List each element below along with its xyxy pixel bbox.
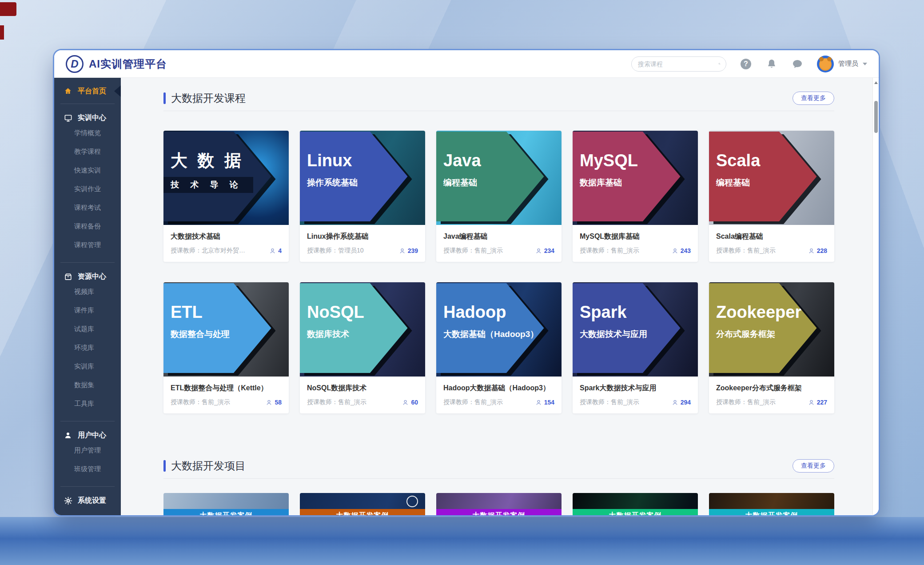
scrollbar-thumb[interactable] xyxy=(874,101,878,133)
search-box[interactable] xyxy=(631,56,726,72)
cover-subtitle: 编程基础 xyxy=(716,177,750,188)
project-card[interactable]: 大数据开发案例 xyxy=(573,493,698,515)
cover-title: Zookeeper xyxy=(716,304,834,321)
view-more-button[interactable]: 查看更多 xyxy=(793,459,834,473)
sidebar-item-实训作业[interactable]: 实训作业 xyxy=(54,185,121,204)
cover-arrow: Java编程基础 xyxy=(436,132,562,221)
view-more-button[interactable]: 查看更多 xyxy=(793,92,834,105)
user-menu[interactable]: 管理员 xyxy=(817,56,867,72)
archive-icon xyxy=(64,272,72,281)
course-card[interactable]: MySQL数据库基础MySQL数据库基础授课教师：售前_演示243 xyxy=(573,131,698,262)
cover-title: Linux xyxy=(307,152,425,169)
course-cover-image: Linux操作系统基础 xyxy=(300,131,425,225)
student-count: 60 xyxy=(402,399,418,406)
course-card[interactable]: NoSQL数据库技术NoSQL数据库技术授课教师：售前_演示60 xyxy=(300,282,425,413)
divider xyxy=(60,104,115,104)
scroll-up-arrow-icon[interactable] xyxy=(874,81,878,84)
course-card[interactable]: Java编程基础Java编程基础授课教师：售前_演示234 xyxy=(436,131,562,262)
course-title: NoSQL数据库技术 xyxy=(307,384,418,393)
student-count: 227 xyxy=(808,399,827,406)
sidebar-item-课程备份[interactable]: 课程备份 xyxy=(54,222,121,241)
vertical-scrollbar[interactable] xyxy=(872,78,879,515)
sidebar-item-班级管理[interactable]: 班级管理 xyxy=(54,465,121,484)
message-icon[interactable] xyxy=(791,58,804,70)
sidebar-item-课程考试[interactable]: 课程考试 xyxy=(54,204,121,222)
course-title: Java编程基础 xyxy=(443,232,554,241)
sidebar-item-课程管理[interactable]: 课程管理 xyxy=(54,241,121,260)
cover-arrow: Zookeeper分布式服务框架 xyxy=(709,283,834,373)
course-title: Zookeeper分布式服务框架 xyxy=(716,384,827,393)
sidebar-item-用户管理[interactable]: 用户管理 xyxy=(54,446,121,465)
course-card[interactable]: Scala编程基础Scala编程基础授课教师：售前_演示228 xyxy=(709,131,834,262)
chevron-down-icon xyxy=(863,63,867,65)
sidebar-groups: 实训中心学情概览教学课程快速实训实训作业课程考试课程备份课程管理资源中心视频库课… xyxy=(54,104,121,512)
search-input[interactable] xyxy=(638,60,718,68)
title-accent-bar xyxy=(163,460,166,472)
course-card[interactable]: Zookeeper分布式服务框架Zookeeper分布式服务框架授课教师：售前_… xyxy=(709,282,834,413)
course-card[interactable]: ETL数据整合与处理ETL数据整合与处理（Kettle）授课教师：售前_演示58 xyxy=(163,282,289,413)
person-icon xyxy=(266,399,272,406)
sidebar-item-实训库[interactable]: 实训库 xyxy=(54,362,121,381)
sidebar-group-系统设置[interactable]: 系统设置 xyxy=(54,489,121,512)
course-cover-image: Spark大数据技术与应用 xyxy=(573,282,698,377)
sidebar-item-课件库[interactable]: 课件库 xyxy=(54,306,121,325)
course-card[interactable]: Hadoop大数据基础（Hadoop3）Hadoop大数据基础（Hadoop3）… xyxy=(436,282,562,413)
course-cover-image: Hadoop大数据基础（Hadoop3） xyxy=(436,282,562,377)
sidebar-group-label: 用户中心 xyxy=(78,431,106,440)
section-title: 大数据开发课程 xyxy=(163,91,246,105)
sidebar-item-数据集[interactable]: 数据集 xyxy=(54,381,121,400)
sidebar-item-试题库[interactable]: 试题库 xyxy=(54,325,121,344)
project-banner: 大数据开发案例 xyxy=(573,509,698,515)
course-cards-row-1: 大 数 据技 术 导 论大数据技术基础授课教师：北京市对外贸易学校教...4Li… xyxy=(163,131,834,262)
sidebar-item-环境库[interactable]: 环境库 xyxy=(54,344,121,362)
sidebar-group-实训中心[interactable]: 实训中心 xyxy=(54,107,121,129)
project-banner: 大数据开发案例 xyxy=(300,509,425,515)
student-count: 228 xyxy=(808,247,827,254)
student-count: 239 xyxy=(399,247,418,254)
notification-bell-icon[interactable] xyxy=(765,58,778,70)
desktop-corner-widget-small xyxy=(0,25,4,40)
sidebar-group-用户中心[interactable]: 用户中心 xyxy=(54,424,121,446)
project-card[interactable]: 大数据开发案例 xyxy=(163,493,289,515)
sidebar-item-label: 平台首页 xyxy=(78,87,106,96)
course-teacher: 授课教师：售前_演示 xyxy=(716,398,776,406)
course-cover-image: MySQL数据库基础 xyxy=(573,131,698,225)
course-card[interactable]: Spark大数据技术与应用Spark大数据技术与应用授课教师：售前_演示294 xyxy=(573,282,698,413)
project-banner: 大数据开发案例 xyxy=(709,509,834,515)
active-notch xyxy=(114,85,121,97)
cover-subtitle: 数据库基础 xyxy=(580,177,622,188)
sidebar-group-label: 实训中心 xyxy=(78,113,106,123)
sidebar-item-home[interactable]: 平台首页 xyxy=(54,81,121,101)
app-window: D AI实训管理平台 ? 管理员 xyxy=(54,50,879,515)
sidebar-item-工具库[interactable]: 工具库 xyxy=(54,400,121,418)
student-count: 243 xyxy=(672,247,691,254)
sidebar-item-视频库[interactable]: 视频库 xyxy=(54,288,121,306)
project-cards-row: 大数据开发案例大数据开发案例大数据开发案例大数据开发案例大数据开发案例 xyxy=(163,493,834,515)
project-banner: 大数据开发案例 xyxy=(163,509,289,515)
app-header: D AI实训管理平台 ? 管理员 xyxy=(54,50,879,78)
course-cover-image: Java编程基础 xyxy=(436,131,562,225)
home-icon xyxy=(64,87,72,96)
person-icon xyxy=(672,248,678,254)
course-title: Scala编程基础 xyxy=(716,232,827,241)
course-title: Hadoop大数据基础（Hadoop3） xyxy=(443,384,554,393)
sidebar-group-资源中心[interactable]: 资源中心 xyxy=(54,265,121,288)
sidebar-item-教学课程[interactable]: 教学课程 xyxy=(54,148,121,166)
student-count: 154 xyxy=(535,399,554,406)
course-teacher: 授课教师：售前_演示 xyxy=(443,247,503,255)
project-card[interactable]: 大数据开发案例 xyxy=(300,493,425,515)
help-icon[interactable]: ? xyxy=(740,58,752,70)
course-teacher: 授课教师：北京市对外贸易学校教... xyxy=(171,247,250,255)
project-card[interactable]: 大数据开发案例 xyxy=(436,493,562,515)
course-card[interactable]: Linux操作系统基础Linux操作系统基础授课教师：管理员10239 xyxy=(300,131,425,262)
cover-title: Spark xyxy=(580,304,698,321)
course-card[interactable]: 大 数 据技 术 导 论大数据技术基础授课教师：北京市对外贸易学校教...4 xyxy=(163,131,289,262)
sidebar-item-学情概览[interactable]: 学情概览 xyxy=(54,129,121,148)
cover-title: Hadoop xyxy=(443,304,562,321)
avatar xyxy=(817,56,834,72)
cover-subtitle: 数据库技术 xyxy=(307,329,349,340)
sidebar-group-label: 系统设置 xyxy=(78,496,106,505)
sidebar-item-快速实训[interactable]: 快速实训 xyxy=(54,166,121,185)
project-card[interactable]: 大数据开发案例 xyxy=(709,493,834,515)
search-icon[interactable] xyxy=(718,60,721,68)
